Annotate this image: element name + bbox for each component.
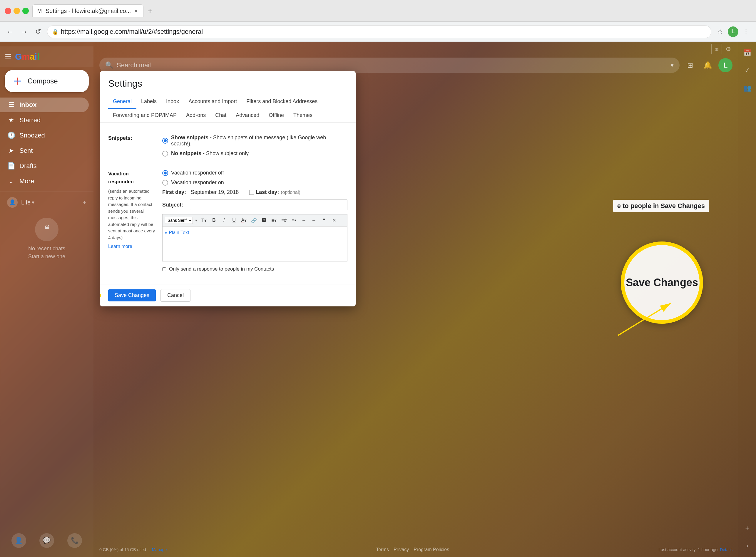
snippets-show-option[interactable]: Show snippets - Show snippets of the mes… <box>162 135 347 147</box>
right-arrow-icon[interactable]: › <box>741 539 754 552</box>
bookmark-button[interactable]: ☆ <box>715 26 725 37</box>
sidebar-item-life[interactable]: 👤 Life ▾ + <box>0 195 93 210</box>
notification-bell[interactable]: 🔔 <box>701 58 715 72</box>
sidebar-item-more[interactable]: ⌄ More <box>0 174 89 188</box>
chat-nav-icon[interactable]: 💬 <box>39 533 54 548</box>
forward-button[interactable]: → <box>19 26 29 37</box>
numbered-list-button[interactable]: ≡# <box>280 216 288 225</box>
url-text: https://mail.google.com/mail/u/2/#settin… <box>61 28 706 35</box>
terms-link[interactable]: Terms <box>376 547 389 552</box>
bold-button[interactable]: B <box>209 216 218 225</box>
header-actions: ⊞ 🔔 L <box>683 58 732 72</box>
active-tab[interactable]: M Settings - lifewire.ak@gmail.co... ✕ <box>32 4 143 17</box>
compose-button[interactable]: Compose <box>5 70 89 92</box>
browser-actions: ☆ L ⋮ <box>715 26 751 37</box>
tab-labels[interactable]: Labels <box>136 95 161 109</box>
close-window-button[interactable] <box>5 8 11 14</box>
manage-link[interactable]: Manage <box>152 547 167 552</box>
font-size-button[interactable]: T▾ <box>200 216 208 225</box>
phone-icon[interactable]: 📞 <box>67 533 82 548</box>
sidebar-divider <box>0 192 93 192</box>
snippets-row: Snippets: Show snippets - Show snippets … <box>108 130 347 165</box>
underline-button[interactable]: U <box>229 216 239 225</box>
link-button[interactable]: 🔗 <box>250 216 258 225</box>
add-label-button[interactable]: + <box>83 199 86 206</box>
tab-accounts[interactable]: Accounts and Import <box>184 95 242 109</box>
contacts-only-checkbox[interactable] <box>162 267 166 271</box>
chat-icon: ❝ <box>35 218 58 241</box>
tab-inbox[interactable]: Inbox <box>161 95 184 109</box>
message-area[interactable]: « Plain Text <box>162 226 347 261</box>
vacation-sublabel: (sends an automated reply to incoming me… <box>108 188 155 241</box>
right-add-icon[interactable]: + <box>741 522 754 535</box>
tab-offline[interactable]: Offline <box>264 109 289 122</box>
footer-links: Terms · Privacy · Program Policies <box>376 547 449 552</box>
profile-button[interactable]: L <box>728 26 738 37</box>
indent-more-button[interactable]: → <box>300 216 308 225</box>
sidebar-item-starred[interactable]: ★ Starred <box>0 113 89 127</box>
settings-footer: Save Changes Cancel <box>100 284 356 306</box>
search-dropdown-icon[interactable]: ▾ <box>670 61 674 69</box>
sidebar-item-snoozed[interactable]: 🕐 Snoozed <box>0 128 89 143</box>
subject-input[interactable] <box>190 200 347 210</box>
vacation-off-radio[interactable] <box>162 170 168 176</box>
italic-button[interactable]: I <box>220 216 228 225</box>
user-avatar[interactable]: L <box>718 58 732 72</box>
tab-close-button[interactable]: ✕ <box>133 8 138 13</box>
last-day-checkbox[interactable] <box>249 190 254 195</box>
learn-more-link[interactable]: Learn more <box>108 243 155 250</box>
right-calendar-icon[interactable]: 📅 <box>741 47 754 59</box>
program-policies-link[interactable]: Program Policies <box>414 547 449 552</box>
details-link[interactable]: Details <box>720 547 732 552</box>
maximize-window-button[interactable] <box>22 8 29 14</box>
save-changes-button[interactable]: Save Changes <box>108 289 156 301</box>
snippets-no-option[interactable]: No snippets - Show subject only. <box>162 150 347 156</box>
tab-forwarding[interactable]: Forwarding and POP/IMAP <box>108 109 181 122</box>
sidebar-item-sent[interactable]: ➤ Sent <box>0 143 89 158</box>
settings-gear-icon[interactable]: ⚙ <box>723 44 734 54</box>
tab-addons[interactable]: Add-ons <box>181 109 211 122</box>
minimize-window-button[interactable] <box>13 8 20 14</box>
tab-general[interactable]: General <box>108 95 136 109</box>
plain-text-link[interactable]: « Plain Text <box>165 229 345 236</box>
tab-chat[interactable]: Chat <box>211 109 231 122</box>
sidebar-item-drafts[interactable]: 📄 Drafts <box>0 159 89 173</box>
bullet-list-button[interactable]: ≡• <box>289 216 298 225</box>
browser-avatar[interactable]: L <box>728 26 738 37</box>
font-color-button[interactable]: A▾ <box>240 216 248 225</box>
url-bar[interactable]: 🔒 https://mail.google.com/mail/u/2/#sett… <box>47 25 711 38</box>
indent-less-button[interactable]: ← <box>309 216 318 225</box>
vacation-on-radio[interactable] <box>162 180 168 186</box>
last-day-label: Last day: <box>256 189 279 195</box>
cancel-button[interactable]: Cancel <box>161 289 191 302</box>
search-bar[interactable]: 🔍 Search mail ▾ <box>100 58 679 73</box>
reload-button[interactable]: ↺ <box>33 26 44 37</box>
quote-button[interactable]: ❝ <box>319 216 328 225</box>
top-bar-actions: ▦ ⚙ <box>711 44 734 54</box>
people-icon[interactable]: 👤 <box>11 533 26 548</box>
privacy-link[interactable]: Privacy <box>394 547 409 552</box>
grid-icon[interactable]: ▦ <box>711 44 722 54</box>
image-button[interactable]: 🖼 <box>259 216 269 225</box>
apps-button[interactable]: ⊞ <box>683 58 697 72</box>
new-tab-button[interactable]: + <box>145 6 155 16</box>
vacation-off-option[interactable]: Vacation responder off <box>162 170 347 176</box>
message-toolbar: Sans Serif ▾ T▾ B I U A▾ 🔗 🖼 ≡▾ <box>162 214 347 226</box>
tab-filters[interactable]: Filters and Blocked Addresses <box>242 95 322 109</box>
font-family-select[interactable]: Sans Serif <box>165 217 193 224</box>
align-button[interactable]: ≡▾ <box>270 216 278 225</box>
callout-annotation-text: e to people in Save Changes <box>613 200 709 212</box>
first-day-value[interactable]: September 19, 2018 <box>191 189 239 195</box>
back-button[interactable]: ← <box>5 26 15 37</box>
hamburger-menu[interactable]: ☰ <box>5 52 11 61</box>
sidebar-item-inbox[interactable]: ☰ Inbox <box>0 97 89 112</box>
menu-button[interactable]: ⋮ <box>741 26 751 37</box>
right-tasks-icon[interactable]: ✓ <box>741 64 754 77</box>
right-contacts-icon[interactable]: 👥 <box>741 82 754 95</box>
snippets-no-radio[interactable] <box>162 151 168 156</box>
tab-advanced[interactable]: Advanced <box>231 109 264 122</box>
remove-format-button[interactable]: ✕ <box>330 216 338 225</box>
tab-themes[interactable]: Themes <box>289 109 317 122</box>
vacation-on-option[interactable]: Vacation responder on <box>162 179 347 186</box>
snippets-show-radio[interactable] <box>162 138 168 144</box>
